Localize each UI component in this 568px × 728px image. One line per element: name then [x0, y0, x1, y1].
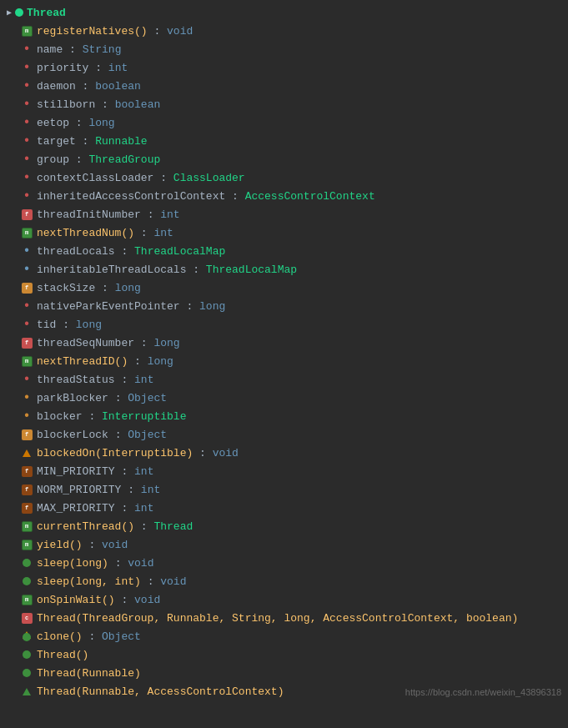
list-item[interactable]: • target : Runnable — [0, 132, 568, 150]
item-text: daemon : boolean — [37, 80, 141, 93]
method-override-icon — [20, 630, 33, 643]
item-text: nativeParkEventPointer : long — [37, 300, 225, 313]
method-static-icon: m — [20, 24, 33, 38]
item-text: group : ThreadGroup — [37, 153, 160, 166]
list-item[interactable]: • inheritedAccessControlContext : Access… — [0, 187, 568, 205]
item-text: nextThreadID() : long — [37, 355, 173, 368]
class-name: Thread — [27, 7, 66, 19]
item-text: inheritableThreadLocals : ThreadLocalMap — [37, 264, 297, 276]
list-item[interactable]: f stackSize : long — [0, 279, 568, 297]
item-text: name : String — [37, 43, 121, 56]
method-public2-icon — [20, 575, 33, 588]
list-item[interactable]: m nextThreadNum() : int — [0, 223, 568, 242]
const-static-icon: f — [20, 464, 33, 478]
list-item[interactable]: f MIN_PRIORITY : int — [0, 462, 568, 480]
list-item[interactable]: • name : String — [0, 40, 568, 58]
list-item[interactable]: f threadSeqNumber : long — [0, 334, 568, 352]
item-text: contextClassLoader : ClassLoader — [37, 172, 245, 184]
item-text: Thread(ThreadGroup, Runnable, String, lo… — [37, 612, 518, 625]
list-item[interactable]: sleep(long, int) : void — [0, 572, 568, 590]
list-item[interactable]: blockedOn(Interruptible) : void — [0, 444, 568, 462]
list-item[interactable]: clone() : Object — [0, 627, 568, 645]
item-text: sleep(long) : void — [37, 557, 153, 570]
item-text: blockerLock : Object — [37, 429, 167, 441]
list-item[interactable]: • inheritableThreadLocals : ThreadLocalM… — [0, 260, 568, 279]
list-item[interactable]: • threadStatus : int — [0, 370, 568, 389]
list-item[interactable]: f MAX_PRIORITY : int — [0, 499, 568, 517]
list-item[interactable]: m currentThread() : Thread — [0, 517, 568, 535]
item-text: MAX_PRIORITY : int — [37, 502, 153, 515]
item-text: threadLocals : ThreadLocalMap — [37, 245, 225, 258]
list-item[interactable]: c Thread(ThreadGroup, Runnable, String, … — [0, 609, 568, 627]
item-text: sleep(long, int) : void — [37, 575, 186, 588]
item-text: Thread(Runnable) — [37, 667, 141, 680]
list-item[interactable]: • priority : int — [0, 58, 568, 77]
field-volatile-icon: • — [20, 391, 33, 404]
item-text: priority : int — [37, 62, 128, 74]
list-item[interactable]: sleep(long) : void — [0, 554, 568, 572]
list-item[interactable]: • eetop : long — [0, 113, 568, 132]
item-text: Thread() — [37, 649, 88, 661]
item-text: threadSeqNumber : long — [37, 337, 180, 349]
item-text: MIN_PRIORITY : int — [37, 465, 153, 478]
field-private-icon: • — [20, 171, 33, 184]
method-static5-icon: m — [20, 538, 33, 551]
item-text: Thread(Runnable, AccessControlContext) — [37, 685, 284, 698]
item-text: stillborn : boolean — [37, 98, 160, 111]
list-item[interactable]: • daemon : boolean — [0, 77, 568, 95]
item-text: inheritedAccessControlContext : AccessCo… — [37, 190, 375, 203]
item-text: blocker : Interruptible — [37, 410, 186, 423]
const-static3-icon: f — [20, 501, 33, 515]
class-header[interactable]: ▶ Thread — [0, 3, 568, 22]
item-text: blockedOn(Interruptible) : void — [37, 447, 239, 459]
item-text: parkBlocker : Object — [37, 392, 167, 404]
constructor-triangle-icon — [20, 685, 33, 698]
list-item[interactable]: Thread() — [0, 645, 568, 664]
list-item[interactable]: • parkBlocker : Object — [0, 389, 568, 407]
constructor-private-icon: c — [20, 611, 33, 625]
item-text: clone() : Object — [37, 630, 141, 643]
green-dot — [15, 8, 23, 17]
list-item[interactable]: • group : ThreadGroup — [0, 150, 568, 168]
field-private-dot-icon: • — [20, 318, 33, 331]
list-item[interactable]: f blockerLock : Object — [0, 425, 568, 444]
method-static-icon3: m — [20, 354, 33, 368]
list-item[interactable]: Thread(Runnable) — [0, 664, 568, 682]
field-private-static-icon2: f — [20, 336, 33, 349]
item-text: threadInitNumber : int — [37, 208, 180, 221]
item-text: NORM_PRIORITY : int — [37, 484, 160, 496]
item-text: onSpinWait() : void — [37, 594, 160, 606]
list-item[interactable]: • contextClassLoader : ClassLoader — [0, 168, 568, 187]
item-text: eetop : long — [37, 117, 115, 129]
item-text: stackSize : long — [37, 282, 141, 294]
field-private-icon: • — [20, 134, 33, 148]
list-item[interactable]: • stillborn : boolean — [0, 95, 568, 113]
list-item[interactable]: m nextThreadID() : long — [0, 352, 568, 370]
item-text: registerNatives() : void — [37, 25, 193, 38]
method-static6-icon: m — [20, 593, 33, 606]
list-item[interactable]: • tid : long — [0, 315, 568, 334]
list-item[interactable]: m registerNatives() : void — [0, 22, 568, 40]
list-item[interactable]: m onSpinWait() : void — [0, 590, 568, 609]
method-static-icon2: m — [20, 226, 33, 239]
field-volatile2-icon: • — [20, 409, 33, 423]
field-private-icon: • — [20, 373, 33, 386]
expand-icon[interactable]: ▶ — [7, 8, 12, 18]
method-triangle-icon — [20, 446, 33, 459]
watermark: https://blog.csdn.net/weixin_43896318 — [405, 687, 561, 697]
list-item[interactable]: • blocker : Interruptible — [0, 407, 568, 425]
list-item[interactable]: • nativeParkEventPointer : long — [0, 297, 568, 315]
field-private-icon: • — [20, 79, 33, 93]
item-text: target : Runnable — [37, 135, 148, 148]
class-structure: ▶ Thread m registerNatives() : void • na… — [0, 0, 568, 704]
field-pkg-icon: • — [20, 244, 33, 258]
constructor-public1-icon — [20, 648, 33, 661]
field-private-icon: • — [20, 153, 33, 166]
list-item[interactable]: f NORM_PRIORITY : int — [0, 480, 568, 499]
item-text: currentThread() : Thread — [37, 520, 193, 533]
item-text: tid : long — [37, 319, 102, 331]
item-text: yield() : void — [37, 539, 128, 551]
list-item[interactable]: m yield() : void — [0, 535, 568, 554]
list-item[interactable]: • threadLocals : ThreadLocalMap — [0, 242, 568, 260]
list-item[interactable]: f threadInitNumber : int — [0, 205, 568, 223]
